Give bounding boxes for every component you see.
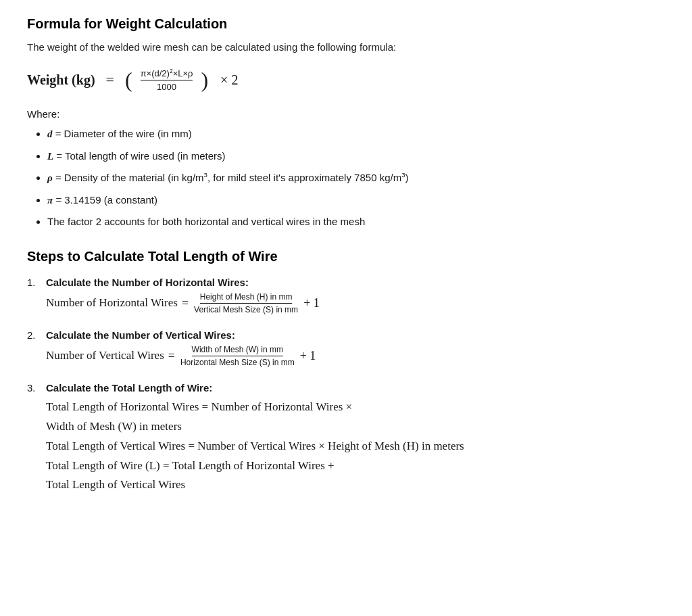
step-2-numerator: Width of Mesh (W) in mm (192, 345, 283, 356)
steps-list: Calculate the Number of Horizontal Wires… (27, 277, 665, 495)
step-1-fraction: Height of Mesh (H) in mm Vertical Mesh S… (194, 292, 298, 314)
step-3-line1: Total Length of Horizontal Wires = Numbe… (46, 398, 665, 417)
variable-L: L = Total length of wire used (in meters… (47, 149, 665, 164)
symbol-pi: π (47, 195, 53, 206)
formula-equals: = (106, 71, 114, 89)
step-3-line4: Total Length of Wire (L) = Total Length … (46, 456, 665, 476)
step-1-numerator: Height of Mesh (H) in mm (200, 292, 293, 304)
page-title: Formula for Weight Calculation (27, 16, 665, 32)
steps-title: Steps to Calculate Total Length of Wire (27, 249, 665, 264)
step-1-equals: = (182, 296, 189, 310)
variable-d: d = Diameter of the wire (in mm) (47, 126, 665, 142)
step-3-label: Calculate the Total Length of Wire: (46, 382, 665, 394)
desc-pi: = 3.14159 (a constant) (55, 194, 157, 206)
close-paren: ) (201, 69, 208, 91)
step-2-fraction: Width of Mesh (W) in mm Horizontal Mesh … (180, 345, 295, 367)
step-2-denominator: Horizontal Mesh Size (S) in mm (180, 356, 295, 367)
variables-list: d = Diameter of the wire (in mm) L = Tot… (27, 126, 665, 230)
formula-denominator: 1000 (157, 80, 176, 92)
variable-rho: ρ = Density of the material (in kg/m3, f… (47, 170, 665, 186)
variable-factor2: The factor 2 accounts for both horizonta… (47, 214, 665, 230)
step-1-formula: Number of Horizontal Wires = Height of M… (46, 292, 665, 314)
desc-rho: = Density of the material (in kg/m3, for… (55, 172, 409, 183)
step-3-line3: Total Length of Vertical Wires = Number … (46, 437, 665, 456)
desc-factor2: The factor 2 accounts for both horizonta… (47, 216, 365, 227)
step-3-line5: Total Length of Vertical Wires (46, 475, 665, 495)
symbol-L: L (47, 151, 53, 162)
step-1-plus1: + 1 (303, 296, 320, 310)
desc-L: = Total length of wire used (in meters) (56, 150, 225, 162)
step-1-lhs: Number of Horizontal Wires (46, 296, 178, 310)
formula-times2: × 2 (220, 72, 238, 88)
formula-lhs: Weight (kg) (27, 72, 95, 88)
where-label: Where: (27, 108, 665, 120)
step-2: Calculate the Number of Vertical Wires: … (27, 329, 665, 367)
intro-paragraph: The weight of the welded wire mesh can b… (27, 41, 665, 53)
step-2-formula: Number of Vertical Wires = Width of Mesh… (46, 345, 665, 367)
symbol-d: d (47, 128, 53, 139)
step-1-label: Calculate the Number of Horizontal Wires… (46, 277, 665, 288)
desc-d: = Diameter of the wire (in mm) (55, 128, 192, 139)
step-2-label: Calculate the Number of Vertical Wires: (46, 329, 665, 341)
formula-numerator: π×(d/2)2×L×ρ (141, 68, 193, 80)
step-1-denominator: Vertical Mesh Size (S) in mm (194, 304, 298, 314)
symbol-rho: ρ (47, 172, 53, 183)
step-2-lhs: Number of Vertical Wires (46, 349, 164, 362)
step-2-plus1: + 1 (300, 349, 316, 363)
weight-formula: Weight (kg) = ( π×(d/2)2×L×ρ 1000 ) × 2 (27, 68, 665, 92)
step-1: Calculate the Number of Horizontal Wires… (27, 277, 665, 314)
step-3: Calculate the Total Length of Wire: Tota… (27, 382, 665, 495)
variable-pi: π = 3.14159 (a constant) (47, 193, 665, 208)
step-3-line2: Width of Mesh (W) in meters (46, 417, 665, 437)
open-paren: ( (125, 69, 132, 91)
step-2-equals: = (168, 349, 175, 363)
formula-fraction: π×(d/2)2×L×ρ 1000 (141, 68, 193, 92)
step-3-formulas: Total Length of Horizontal Wires = Numbe… (46, 398, 665, 495)
